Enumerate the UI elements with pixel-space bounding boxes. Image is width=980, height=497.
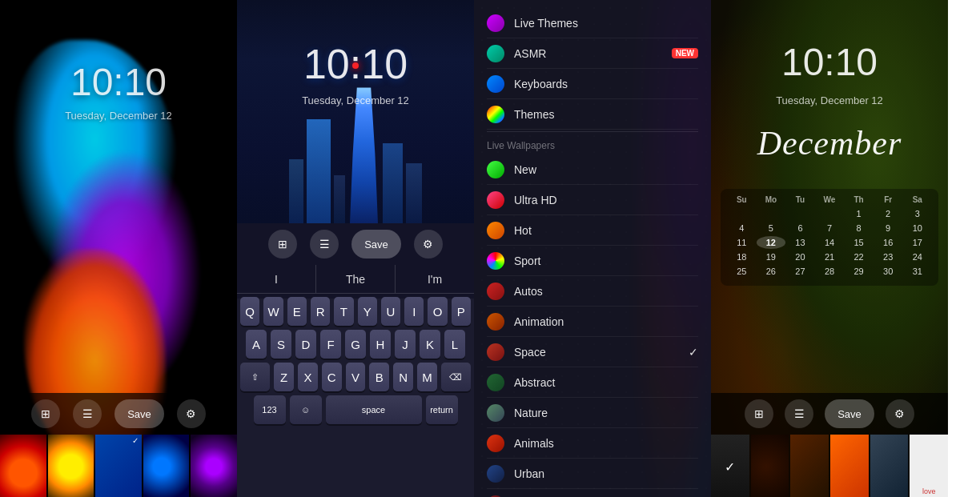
menu-item-animals[interactable]: Animals	[487, 428, 698, 459]
menu-icon-themes	[487, 106, 504, 123]
menu-item-keyboards[interactable]: Keyboards	[487, 69, 698, 99]
phone2-time: 10:10	[237, 40, 474, 88]
key-s[interactable]: S	[271, 330, 291, 359]
phone2-list-btn[interactable]: ☰	[310, 230, 339, 259]
menu-item-nature[interactable]: Nature	[487, 398, 698, 428]
pred-item-2[interactable]: The	[316, 265, 396, 293]
menu-item-themes[interactable]: Themes	[487, 99, 698, 130]
phone1-save-btn[interactable]: Save	[114, 399, 164, 428]
menu-item-hot[interactable]: Hot	[487, 215, 698, 246]
cal-cell-16: 16	[874, 236, 903, 249]
menu-item-urban[interactable]: Urban	[487, 459, 698, 489]
key-f[interactable]: F	[320, 330, 341, 359]
calendar-widget: Su Mo Tu We Th Fr Sa 1 2 3 4 5 6	[721, 189, 938, 286]
menu-item-ultra-hd[interactable]: Ultra HD	[487, 185, 698, 215]
cal-week-4: 18 19 20 21 22 23 24	[727, 251, 932, 263]
cal-cell-30: 30	[874, 265, 903, 278]
menu-item-animation[interactable]: Animation	[487, 307, 698, 337]
phone1-thumb-5[interactable]	[191, 435, 237, 497]
phone-1-screen: 10:10 Tuesday, December 12 ⊞ ☰ Save ⚙	[0, 0, 237, 497]
menu-item-new[interactable]: New	[487, 154, 698, 185]
menu-item-holiday-mood[interactable]: Holiday Mood	[487, 489, 698, 497]
menu-label-hot: Hot	[514, 224, 698, 237]
menu-item-autos[interactable]: Autos	[487, 276, 698, 307]
cal-cell-w1-2	[785, 207, 815, 220]
phone4-thumb-1[interactable]	[711, 435, 749, 497]
key-z[interactable]: Z	[274, 363, 294, 391]
key-p[interactable]: P	[452, 297, 471, 326]
phone-3: Live Themes ASMR NEW Keyboards Themes Li…	[474, 0, 711, 497]
key-i[interactable]: I	[404, 297, 424, 326]
key-emoji[interactable]: ☺	[290, 395, 322, 424]
key-q[interactable]: Q	[240, 297, 259, 326]
menu-item-live-themes[interactable]: Live Themes	[487, 8, 698, 38]
key-shift[interactable]: ⇧	[240, 363, 270, 391]
phone4-thumb-6[interactable]	[910, 435, 948, 497]
phone1-list-btn[interactable]: ☰	[73, 399, 102, 428]
phone1-thumb-2[interactable]	[48, 435, 94, 497]
cal-cell-19: 19	[757, 251, 786, 263]
cal-cell-17: 17	[902, 236, 932, 249]
key-b[interactable]: B	[369, 363, 389, 391]
key-return[interactable]: return	[426, 395, 458, 424]
key-x[interactable]: X	[298, 363, 318, 391]
calendar-header: Su Mo Tu We Th Fr Sa	[727, 195, 932, 204]
pred-item-3[interactable]: I'm	[396, 265, 474, 293]
phone2-gear-btn[interactable]: ⚙	[414, 230, 443, 259]
pred-item-1[interactable]: I	[237, 265, 316, 293]
key-t[interactable]: T	[334, 297, 353, 326]
phone1-thumb-4[interactable]	[143, 435, 190, 497]
phone1-thumb-3[interactable]	[95, 435, 142, 497]
phone4-thumb-4[interactable]	[830, 435, 869, 497]
phone4-thumb-2[interactable]	[751, 435, 789, 497]
cal-week-5: 25 26 27 28 29 30 31	[727, 265, 932, 278]
key-w[interactable]: W	[263, 297, 283, 326]
key-c[interactable]: C	[322, 363, 342, 391]
phone2-grid-btn[interactable]: ⊞	[268, 230, 297, 259]
key-k[interactable]: K	[420, 330, 440, 359]
phone4-grid-btn[interactable]: ⊞	[745, 399, 773, 428]
phone4-list-btn[interactable]: ☰	[785, 399, 813, 428]
phone4-bottom-bar: ⊞ ☰ Save ⚙	[711, 393, 948, 497]
key-row-4: 123 ☺ space return	[240, 395, 471, 424]
phone4-thumb-5[interactable]	[870, 435, 909, 497]
key-m[interactable]: M	[417, 363, 437, 391]
menu-icon-animals	[487, 435, 504, 452]
key-d[interactable]: D	[295, 330, 316, 359]
phone1-thumb-1[interactable]	[0, 435, 46, 497]
phone-1: 10:10 Tuesday, December 12 ⊞ ☰ Save ⚙	[0, 0, 237, 497]
key-space[interactable]: space	[326, 395, 422, 424]
cal-cell-23: 23	[874, 251, 903, 263]
menu-label-nature: Nature	[514, 407, 698, 419]
cal-cell-11: 11	[727, 236, 757, 249]
key-g[interactable]: G	[345, 330, 366, 359]
key-n[interactable]: N	[393, 363, 413, 391]
phone4-gear-btn[interactable]: ⚙	[886, 399, 914, 428]
key-l[interactable]: L	[444, 330, 465, 359]
key-j[interactable]: J	[395, 330, 416, 359]
menu-item-space[interactable]: Space ✓	[487, 337, 698, 367]
key-e[interactable]: E	[287, 297, 307, 326]
phone2-save-btn[interactable]: Save	[351, 230, 401, 259]
key-h[interactable]: H	[370, 330, 391, 359]
cal-day-tu: Tu	[785, 195, 815, 204]
menu-icon-hot	[487, 222, 504, 239]
key-123[interactable]: 123	[254, 395, 286, 424]
key-u[interactable]: U	[381, 297, 400, 326]
phone4-thumbnail-strip	[711, 435, 948, 497]
menu-item-abstract[interactable]: Abstract	[487, 367, 698, 398]
phone1-gear-btn[interactable]: ⚙	[177, 399, 206, 428]
phone4-save-btn[interactable]: Save	[825, 399, 874, 428]
key-r[interactable]: R	[311, 297, 330, 326]
key-o[interactable]: O	[428, 297, 447, 326]
key-delete[interactable]: ⌫	[441, 363, 471, 391]
phone4-thumb-3[interactable]	[790, 435, 829, 497]
key-row-3: ⇧ Z X C V B N M ⌫	[240, 363, 471, 391]
cal-cell-26: 26	[757, 265, 786, 278]
key-v[interactable]: V	[346, 363, 366, 391]
phone1-grid-btn[interactable]: ⊞	[31, 399, 60, 428]
menu-item-sport[interactable]: Sport	[487, 246, 698, 276]
key-a[interactable]: A	[246, 330, 267, 359]
key-y[interactable]: Y	[358, 297, 377, 326]
menu-item-asmr[interactable]: ASMR NEW	[487, 38, 698, 69]
